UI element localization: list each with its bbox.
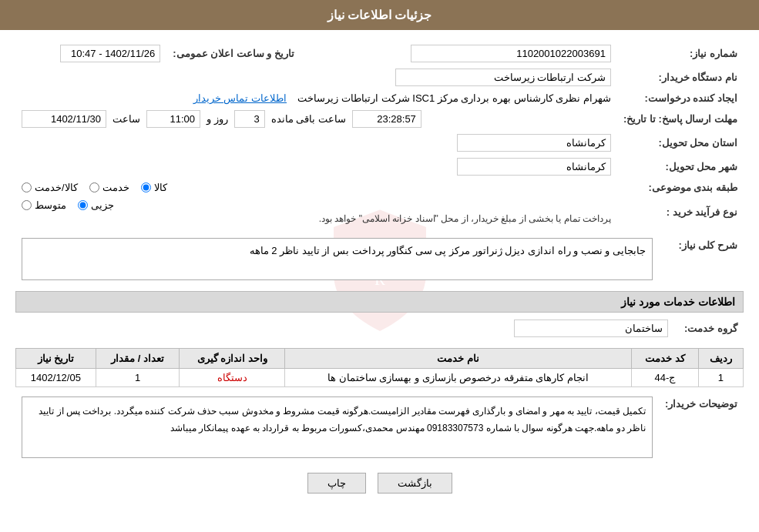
category-option-kala-khedmat[interactable]: کالا/خدمت (22, 182, 78, 193)
service-group-label: گروه خدمت: (674, 316, 744, 340)
creator-contact-link[interactable]: اطلاعات تماس خریدار (193, 92, 287, 104)
remaining-label: ساعت باقی مانده (271, 113, 346, 125)
row-buyer-org: نام دستگاه خریدار: شرکت ارتباطات زیرساخت (15, 65, 744, 89)
col-service-name: نام خدمت (285, 349, 632, 369)
buyer-notes-value: تکمیل قیمت، تایید به مهر و امضای و بارگذ… (22, 396, 653, 458)
purchase-note: پرداخت تمام یا بخشی از مبلغ خریدار، از م… (22, 213, 611, 224)
cell-row-num: 1 (698, 369, 743, 387)
col-row-num: ردیف (698, 349, 743, 369)
row-service-group: گروه خدمت: ساختمان (15, 316, 744, 340)
col-unit: واحد اندازه گیری (180, 349, 285, 369)
row-category: طبقه بندی موضوعی: کالا/خدمت خدمت (15, 179, 744, 196)
days-label: روز و (207, 113, 228, 125)
row-creator: ایجاد کننده درخواست: شهرام نظری کارشناس … (15, 89, 744, 107)
buyer-notes-table: توضیحات خریدار: تکمیل قیمت، تایید به مهر… (15, 393, 744, 461)
buyer-org-label: نام دستگاه خریدار: (617, 65, 744, 89)
purchase-option-jozi[interactable]: جزیی (78, 199, 114, 211)
services-data-table: ردیف کد خدمت نام خدمت واحد اندازه گیری ت… (15, 348, 744, 387)
cell-date: 1402/12/05 (16, 369, 96, 387)
time-label: ساعت (113, 113, 140, 125)
delivery-city-value: کرمانشاه (457, 158, 611, 176)
remaining-value: 23:28:57 (352, 110, 421, 128)
row-delivery-province: استان محل تحویل: کرمانشاه (15, 131, 744, 155)
category-option-khedmat[interactable]: خدمت (89, 182, 129, 193)
need-description-label: شرح کلی نیاز: (659, 235, 744, 283)
deadline-date-value: 1402/11/30 (22, 110, 106, 128)
need-number-value: 1102001022003691 (411, 45, 611, 62)
row-deadline: مهلت ارسال پاسخ: تا تاریخ: 1402/11/30 سا… (15, 107, 744, 131)
services-section-header: اطلاعات خدمات مورد نیاز (15, 291, 744, 313)
public-announce-value: 1402/11/26 - 10:47 (60, 45, 160, 62)
creator-value: شهرام نظری کارشناس بهره برداری مرکز ISC1… (297, 92, 610, 104)
service-group-table: گروه خدمت: ساختمان (15, 316, 744, 340)
back-button[interactable]: بازگشت (378, 473, 452, 494)
bottom-buttons: بازگشت چاپ (15, 473, 744, 505)
row-delivery-city: شهر محل تحویل: کرمانشاه (15, 155, 744, 179)
cell-service-code: ج-44 (632, 369, 699, 387)
table-header-row: ردیف کد خدمت نام خدمت واحد اندازه گیری ت… (16, 349, 744, 369)
cell-quantity: 1 (96, 369, 180, 387)
purchase-option-motavasset[interactable]: متوسط (22, 199, 66, 211)
days-value: 3 (234, 110, 265, 128)
row-buyer-notes: توضیحات خریدار: تکمیل قیمت، تایید به مهر… (15, 393, 744, 461)
info-table: شماره نیاز: 1102001022003691 تاریخ و ساع… (15, 42, 744, 227)
col-quantity: تعداد / مقدار (96, 349, 180, 369)
need-number-label: شماره نیاز: (617, 42, 744, 65)
cell-service-name: انجام کارهای متفرقه درخصوص بازسازی و بهس… (285, 369, 632, 387)
buyer-org-value: شرکت ارتباطات زیرساخت (395, 69, 611, 86)
delivery-province-value: کرمانشاه (457, 134, 611, 152)
row-need-description: شرح کلی نیاز: جابجایی و نصب و راه اندازی… (15, 235, 744, 283)
creator-label: ایجاد کننده درخواست: (617, 89, 744, 107)
print-button[interactable]: چاپ (307, 473, 366, 494)
category-option-kala[interactable]: کالا (141, 182, 167, 193)
need-description-table: شرح کلی نیاز: جابجایی و نصب و راه اندازی… (15, 235, 744, 283)
table-row: 1 ج-44 انجام کارهای متفرقه درخصوص بازساز… (16, 369, 744, 387)
purchase-type-label: نوع فرآیند خرید : (617, 196, 744, 227)
delivery-city-label: شهر محل تحویل: (617, 155, 744, 179)
cell-unit: دستگاه (180, 369, 285, 387)
page-title: جزئیات اطلاعات نیاز (0, 0, 759, 30)
purchase-type-radio-group: متوسط جزیی (22, 199, 611, 211)
category-radio-group: کالا/خدمت خدمت کالا (22, 182, 611, 193)
delivery-province-label: استان محل تحویل: (617, 131, 744, 155)
row-need-number: شماره نیاز: 1102001022003691 تاریخ و ساع… (15, 42, 744, 65)
col-date: تاریخ نیاز (16, 349, 96, 369)
buyer-notes-label: توضیحات خریدار: (659, 393, 744, 461)
category-label: طبقه بندی موضوعی: (617, 179, 744, 196)
row-purchase-type: نوع فرآیند خرید : متوسط جزیی (15, 196, 744, 227)
public-announce-label: تاریخ و ساعت اعلان عمومی: (166, 42, 301, 65)
service-group-value: ساختمان (514, 320, 668, 337)
deadline-time-value: 11:00 (146, 110, 200, 128)
send-deadline-label: مهلت ارسال پاسخ: تا تاریخ: (617, 107, 744, 131)
col-service-code: کد خدمت (632, 349, 699, 369)
need-description-value: جابجایی و نصب و راه اندازی دیزل ژنراتور … (22, 238, 653, 280)
